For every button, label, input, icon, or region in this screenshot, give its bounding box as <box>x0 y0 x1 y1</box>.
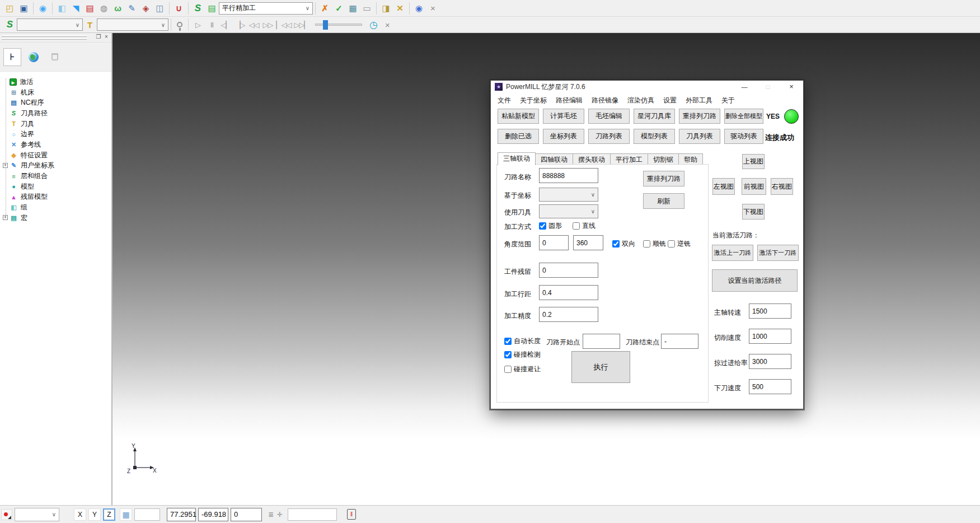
minimize-button[interactable]: — <box>736 82 753 92</box>
xyz-list-icon[interactable]: ≣ <box>268 511 274 519</box>
tab-cutting-saw[interactable]: 切割锯 <box>648 153 679 165</box>
play-icon[interactable]: ▷ <box>191 18 205 31</box>
shaded-model-icon[interactable]: ◉ <box>36 2 50 15</box>
expand-icon[interactable]: + <box>3 163 8 168</box>
axis-z-button[interactable]: Z <box>103 508 115 521</box>
toolpath-icon[interactable]: S <box>191 2 205 15</box>
tree-item-activate[interactable]: ▶ 激活 <box>0 77 111 87</box>
xinghe-tool-library-button[interactable]: 星河刀具库 <box>634 109 675 124</box>
drive-list-button[interactable]: 驱动列表 <box>724 129 763 144</box>
sim-tool-select[interactable]: ∨ <box>97 18 168 31</box>
toolpath-list-icon[interactable]: ▤ <box>205 2 219 15</box>
bulb-icon[interactable] <box>177 22 182 27</box>
climb-checkbox[interactable]: 顺铣 <box>643 239 666 249</box>
pattern-draw-icon[interactable]: ✎ <box>125 2 139 15</box>
activate-prev-toolpath-button[interactable]: 激活上一刀路 <box>712 245 753 261</box>
tree-item-machine-tools[interactable]: ⊞ 机床 <box>0 87 111 98</box>
rewind-icon[interactable]: ◁◁ <box>247 18 261 31</box>
tree-item-nc-programs[interactable]: ▤ NC程序 <box>0 97 111 108</box>
tab-three-axis[interactable]: 三轴联动 <box>498 152 536 165</box>
speed-slider[interactable] <box>315 24 362 26</box>
tree-item-models[interactable]: ● 模型 <box>0 181 111 192</box>
bottom-view-button[interactable]: 下视图 <box>742 204 765 220</box>
conventional-checkbox-input[interactable] <box>668 240 675 248</box>
circular-checkbox[interactable]: 圆形 <box>539 221 562 231</box>
auto-length-checkbox[interactable]: 自动长度 <box>504 337 541 346</box>
tree-item-tools[interactable]: T 刀具 <box>0 119 111 129</box>
tool-list-button[interactable]: 刀具列表 <box>679 129 720 144</box>
grid-toggle-button[interactable]: ▦ <box>120 508 132 521</box>
strategy-select[interactable]: 平行精加工 ∨ <box>219 2 313 15</box>
skim-feed-input[interactable] <box>749 354 791 369</box>
tool-compare-icon[interactable]: ◨ <box>379 2 393 15</box>
close-button[interactable]: × <box>783 82 800 92</box>
block-edit-button[interactable]: 毛坯编辑 <box>588 109 630 124</box>
collision-check-checkbox[interactable]: 碰撞检测 <box>504 350 541 359</box>
tab-parallel[interactable]: 平行加工 <box>611 153 648 165</box>
go-to-start-icon[interactable]: ▏◁◁ <box>275 18 293 31</box>
rapid-heights-icon[interactable]: ◥ <box>69 2 83 15</box>
menu-path-mirror[interactable]: 路径镜像 <box>587 96 623 105</box>
close-sim-toolbar-icon[interactable]: × <box>381 18 395 31</box>
left-view-button[interactable]: 左视图 <box>712 178 735 195</box>
coord-list-button[interactable]: 坐标列表 <box>543 129 584 144</box>
refresh-button[interactable]: 刷新 <box>643 193 684 209</box>
model-list-button[interactable]: 模型列表 <box>634 129 675 144</box>
tab-recycle-bin[interactable] <box>46 48 64 66</box>
use-tool-select[interactable]: ∨ <box>539 204 598 218</box>
circular-checkbox-input[interactable] <box>539 222 546 230</box>
readout-field[interactable] <box>134 508 160 521</box>
start-point-input[interactable] <box>583 334 620 349</box>
panel-header[interactable]: ❐ × <box>0 33 111 43</box>
tab-web[interactable] <box>25 48 43 66</box>
slider-handle[interactable] <box>323 20 328 30</box>
block-icon[interactable]: ◧ <box>55 2 69 15</box>
tree-item-groups[interactable]: ◧ 组 <box>0 202 111 213</box>
probe-position-icon[interactable]: ✛ <box>277 511 283 519</box>
tolerance-input[interactable] <box>539 307 598 322</box>
expand-icon[interactable]: + <box>3 215 8 220</box>
delete-selected-button[interactable]: 删除已选 <box>498 129 539 144</box>
leads-links-icon[interactable]: ω <box>111 2 125 15</box>
go-to-end-icon[interactable]: ▷▷▏ <box>293 18 311 31</box>
rearrange-toolpaths-button-2[interactable]: 重排列刀路 <box>643 171 684 186</box>
info-field[interactable] <box>288 508 337 521</box>
right-view-button[interactable]: 右视图 <box>771 178 793 195</box>
tree-item-workplanes[interactable]: + ✎ 用户坐标系 <box>0 161 111 171</box>
maximize-button[interactable]: □ <box>759 82 776 92</box>
stepover-input[interactable] <box>539 285 598 300</box>
spindle-speed-input[interactable] <box>749 303 791 319</box>
collision-avoid-checkbox[interactable]: 碰撞避让 <box>504 365 541 374</box>
based-coord-select[interactable]: ∨ <box>539 188 598 202</box>
compute-block-button[interactable]: 计算毛坯 <box>543 109 584 124</box>
tree-item-patterns[interactable]: ✕ 参考线 <box>0 139 111 150</box>
delete-all-models-button[interactable]: 删除全部模型 <box>724 109 763 124</box>
collision-avoid-checkbox-input[interactable] <box>504 366 512 373</box>
workplane-select[interactable]: ∨ <box>15 508 59 521</box>
tree-item-macros[interactable]: + ▤ 宏 <box>0 213 111 223</box>
end-point-input[interactable] <box>661 334 698 349</box>
conventional-checkbox[interactable]: 逆铣 <box>668 239 691 249</box>
feed-rate-icon[interactable]: ▤ <box>83 2 97 15</box>
activate-next-toolpath-button[interactable]: 激活下一刀路 <box>757 245 799 261</box>
menu-about-coords[interactable]: 关于坐标 <box>515 96 551 105</box>
snapshot-menu-button[interactable] <box>1 509 12 520</box>
menu-path-edit[interactable]: 路径编辑 <box>551 96 587 105</box>
rearrange-toolpaths-button[interactable]: 重排列刀路 <box>679 109 720 124</box>
transform-icon[interactable]: ✕ <box>393 2 407 15</box>
tree-item-stock-models[interactable]: ▲ 残留模型 <box>0 192 111 203</box>
save-project-icon[interactable]: ▣ <box>17 2 31 15</box>
tab-explorer-tree[interactable]: ⊦ <box>3 48 21 66</box>
pause-icon[interactable]: Ⅱ <box>205 18 219 31</box>
tool-draw-icon[interactable]: ◍ <box>97 2 111 15</box>
clock-icon[interactable]: ◷ <box>367 18 381 31</box>
auto-length-checkbox-input[interactable] <box>504 338 512 345</box>
toolpath-name-input[interactable] <box>539 168 598 183</box>
close-panel-icon[interactable]: × <box>102 34 110 40</box>
tree-item-feature-sets[interactable]: ◆ 特征设置 <box>0 150 111 161</box>
clipboard-pause-icon[interactable]: ‖ <box>347 509 356 520</box>
calculator-icon[interactable]: ▦ <box>346 2 360 15</box>
step-back-icon[interactable]: ◁▏ <box>219 18 233 31</box>
menu-file[interactable]: 文件 <box>493 96 515 105</box>
axis-y-button[interactable]: Y <box>88 508 101 521</box>
